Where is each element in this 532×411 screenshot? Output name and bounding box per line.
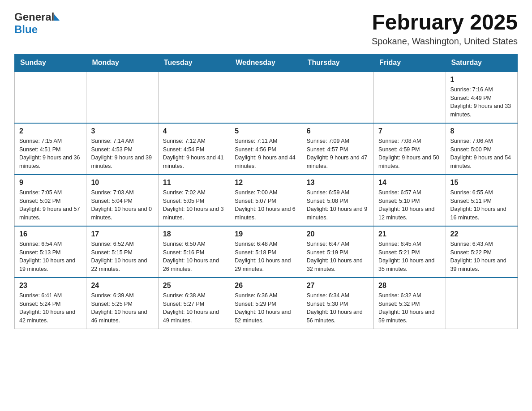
calendar-cell: 18Sunrise: 6:50 AM Sunset: 5:16 PM Dayli… xyxy=(158,226,230,278)
day-number: 5 xyxy=(235,127,297,135)
calendar-cell: 10Sunrise: 7:03 AM Sunset: 5:04 PM Dayli… xyxy=(86,175,158,226)
calendar-cell xyxy=(374,72,446,123)
calendar-cell: 11Sunrise: 7:02 AM Sunset: 5:05 PM Dayli… xyxy=(158,175,230,226)
day-info: Sunrise: 7:00 AM Sunset: 5:07 PM Dayligh… xyxy=(235,188,297,222)
calendar-cell: 15Sunrise: 6:55 AM Sunset: 5:11 PM Dayli… xyxy=(446,175,517,226)
calendar-cell: 24Sunrise: 6:39 AM Sunset: 5:25 PM Dayli… xyxy=(86,278,158,329)
calendar-cell: 9Sunrise: 7:05 AM Sunset: 5:02 PM Daylig… xyxy=(15,175,86,226)
logo-chevron-icon xyxy=(54,14,60,21)
day-number: 27 xyxy=(307,282,369,290)
day-of-week-header: Wednesday xyxy=(230,54,302,72)
day-info: Sunrise: 6:32 AM Sunset: 5:32 PM Dayligh… xyxy=(378,291,441,325)
day-info: Sunrise: 6:34 AM Sunset: 5:30 PM Dayligh… xyxy=(307,291,369,325)
calendar-cell: 4Sunrise: 7:12 AM Sunset: 4:54 PM Daylig… xyxy=(158,123,230,175)
day-number: 22 xyxy=(450,230,513,238)
calendar-table: SundayMondayTuesdayWednesdayThursdayFrid… xyxy=(14,54,518,329)
day-info: Sunrise: 6:47 AM Sunset: 5:19 PM Dayligh… xyxy=(307,240,369,274)
day-info: Sunrise: 6:54 AM Sunset: 5:13 PM Dayligh… xyxy=(19,240,82,274)
calendar-cell: 26Sunrise: 6:36 AM Sunset: 5:29 PM Dayli… xyxy=(230,278,302,329)
day-info: Sunrise: 7:12 AM Sunset: 4:54 PM Dayligh… xyxy=(163,137,225,171)
calendar-cell xyxy=(158,72,230,123)
calendar-cell: 2Sunrise: 7:15 AM Sunset: 4:51 PM Daylig… xyxy=(15,123,86,175)
day-info: Sunrise: 7:15 AM Sunset: 4:51 PM Dayligh… xyxy=(19,137,82,171)
day-of-week-header: Thursday xyxy=(302,54,373,72)
calendar-cell: 23Sunrise: 6:41 AM Sunset: 5:24 PM Dayli… xyxy=(15,278,86,329)
calendar-cell: 21Sunrise: 6:45 AM Sunset: 5:21 PM Dayli… xyxy=(374,226,446,278)
day-info: Sunrise: 6:38 AM Sunset: 5:27 PM Dayligh… xyxy=(163,291,225,325)
day-info: Sunrise: 6:43 AM Sunset: 5:22 PM Dayligh… xyxy=(450,240,513,274)
day-info: Sunrise: 6:55 AM Sunset: 5:11 PM Dayligh… xyxy=(450,188,513,222)
calendar-cell xyxy=(446,278,517,329)
logo-blue-text: Blue xyxy=(14,23,38,36)
calendar-cell: 16Sunrise: 6:54 AM Sunset: 5:13 PM Dayli… xyxy=(15,226,86,278)
day-of-week-header: Sunday xyxy=(15,54,86,72)
day-number: 6 xyxy=(307,127,369,135)
day-number: 10 xyxy=(91,179,153,187)
day-number: 21 xyxy=(378,230,441,238)
day-number: 16 xyxy=(19,230,82,238)
day-number: 14 xyxy=(378,179,441,187)
day-number: 19 xyxy=(235,230,297,238)
logo-general-text: General xyxy=(14,11,54,23)
day-number: 3 xyxy=(91,127,153,135)
calendar-cell: 8Sunrise: 7:06 AM Sunset: 5:00 PM Daylig… xyxy=(446,123,517,175)
week-row: 9Sunrise: 7:05 AM Sunset: 5:02 PM Daylig… xyxy=(15,175,518,226)
day-of-week-header: Tuesday xyxy=(158,54,230,72)
calendar-cell xyxy=(86,72,158,123)
calendar-header-row: SundayMondayTuesdayWednesdayThursdayFrid… xyxy=(15,54,518,72)
calendar-cell: 6Sunrise: 7:09 AM Sunset: 4:57 PM Daylig… xyxy=(302,123,373,175)
day-number: 4 xyxy=(163,127,225,135)
day-number: 23 xyxy=(19,282,82,290)
page-header: General Blue February 2025 Spokane, Wash… xyxy=(14,11,518,47)
day-number: 11 xyxy=(163,179,225,187)
day-number: 24 xyxy=(91,282,153,290)
day-of-week-header: Monday xyxy=(86,54,158,72)
calendar-cell: 20Sunrise: 6:47 AM Sunset: 5:19 PM Dayli… xyxy=(302,226,373,278)
week-row: 23Sunrise: 6:41 AM Sunset: 5:24 PM Dayli… xyxy=(15,278,518,329)
calendar-cell: 22Sunrise: 6:43 AM Sunset: 5:22 PM Dayli… xyxy=(446,226,517,278)
day-number: 25 xyxy=(163,282,225,290)
month-title: February 2025 xyxy=(372,11,518,34)
day-of-week-header: Friday xyxy=(374,54,446,72)
day-info: Sunrise: 7:16 AM Sunset: 4:49 PM Dayligh… xyxy=(450,86,513,119)
day-info: Sunrise: 6:39 AM Sunset: 5:25 PM Dayligh… xyxy=(91,291,153,325)
calendar-cell: 19Sunrise: 6:48 AM Sunset: 5:18 PM Dayli… xyxy=(230,226,302,278)
day-number: 13 xyxy=(307,179,369,187)
day-number: 7 xyxy=(378,127,441,135)
day-number: 1 xyxy=(450,76,513,84)
calendar-cell: 27Sunrise: 6:34 AM Sunset: 5:30 PM Dayli… xyxy=(302,278,373,329)
week-row: 1Sunrise: 7:16 AM Sunset: 4:49 PM Daylig… xyxy=(15,72,518,123)
calendar-cell: 3Sunrise: 7:14 AM Sunset: 4:53 PM Daylig… xyxy=(86,123,158,175)
day-number: 20 xyxy=(307,230,369,238)
calendar-cell xyxy=(230,72,302,123)
day-info: Sunrise: 7:08 AM Sunset: 4:59 PM Dayligh… xyxy=(378,137,441,171)
day-info: Sunrise: 7:05 AM Sunset: 5:02 PM Dayligh… xyxy=(19,188,82,222)
day-info: Sunrise: 7:09 AM Sunset: 4:57 PM Dayligh… xyxy=(307,137,369,171)
day-info: Sunrise: 6:59 AM Sunset: 5:08 PM Dayligh… xyxy=(307,188,369,222)
week-row: 16Sunrise: 6:54 AM Sunset: 5:13 PM Dayli… xyxy=(15,226,518,278)
day-of-week-header: Saturday xyxy=(446,54,517,72)
day-number: 2 xyxy=(19,127,82,135)
day-info: Sunrise: 6:48 AM Sunset: 5:18 PM Dayligh… xyxy=(235,240,297,274)
day-info: Sunrise: 6:57 AM Sunset: 5:10 PM Dayligh… xyxy=(378,188,441,222)
day-info: Sunrise: 7:06 AM Sunset: 5:00 PM Dayligh… xyxy=(450,137,513,171)
calendar-cell xyxy=(302,72,373,123)
week-row: 2Sunrise: 7:15 AM Sunset: 4:51 PM Daylig… xyxy=(15,123,518,175)
calendar-cell: 1Sunrise: 7:16 AM Sunset: 4:49 PM Daylig… xyxy=(446,72,517,123)
day-number: 9 xyxy=(19,179,82,187)
day-number: 28 xyxy=(378,282,441,290)
calendar-cell: 28Sunrise: 6:32 AM Sunset: 5:32 PM Dayli… xyxy=(374,278,446,329)
calendar-cell: 7Sunrise: 7:08 AM Sunset: 4:59 PM Daylig… xyxy=(374,123,446,175)
day-info: Sunrise: 7:14 AM Sunset: 4:53 PM Dayligh… xyxy=(91,137,153,171)
day-number: 17 xyxy=(91,230,153,238)
title-block: February 2025 Spokane, Washington, Unite… xyxy=(372,11,518,47)
calendar-cell: 17Sunrise: 6:52 AM Sunset: 5:15 PM Dayli… xyxy=(86,226,158,278)
calendar-cell xyxy=(15,72,86,123)
calendar-cell: 14Sunrise: 6:57 AM Sunset: 5:10 PM Dayli… xyxy=(374,175,446,226)
calendar-cell: 5Sunrise: 7:11 AM Sunset: 4:56 PM Daylig… xyxy=(230,123,302,175)
day-number: 26 xyxy=(235,282,297,290)
day-info: Sunrise: 6:36 AM Sunset: 5:29 PM Dayligh… xyxy=(235,291,297,325)
day-info: Sunrise: 6:41 AM Sunset: 5:24 PM Dayligh… xyxy=(19,291,82,325)
day-info: Sunrise: 7:11 AM Sunset: 4:56 PM Dayligh… xyxy=(235,137,297,171)
location-title: Spokane, Washington, United States xyxy=(372,36,518,47)
